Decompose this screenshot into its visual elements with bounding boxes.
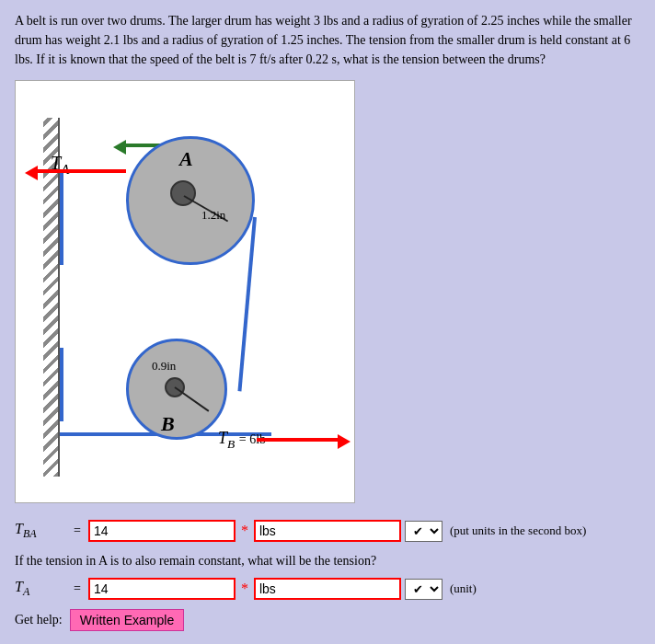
form1-value-input[interactable] (88, 520, 236, 542)
form-row-2: TA = * ✔ (unit) (15, 578, 640, 600)
ta-arrow (34, 169, 126, 173)
label-b: B (161, 412, 175, 436)
form2-unit-input[interactable] (254, 578, 401, 600)
form1-equals: = (74, 523, 81, 538)
form1-unit-input[interactable] (254, 520, 401, 542)
form2-unit-dropdown[interactable]: ✔ (405, 579, 442, 600)
question2-text: If the tension in A is to also remain co… (15, 551, 640, 570)
form-row-1: TBA = * ✔ (put units in the second box) (15, 520, 640, 542)
belt-left-top (60, 173, 63, 265)
diagram-container: v TA A 1.2in B 0.9in TB = 6lb (15, 80, 355, 503)
form1-asterisk: * (241, 523, 248, 539)
tb-sub: B (227, 437, 235, 451)
tb-arrow (257, 438, 339, 442)
problem-text: A belt is run over two drums. The larger… (15, 11, 640, 69)
belt-left-bottom (60, 348, 63, 421)
radius-a-label: 1.2in (201, 208, 225, 223)
form2-hint: (unit) (450, 581, 477, 596)
belt-right (237, 217, 257, 392)
form2-asterisk: * (241, 581, 248, 597)
tb-text: T (218, 429, 227, 447)
form2-label: TA (15, 579, 70, 599)
written-example-button[interactable]: Written Example (70, 609, 184, 631)
form2-value-input[interactable] (88, 578, 236, 600)
help-row: Get help: Written Example (15, 609, 640, 631)
form1-label: TBA (15, 521, 70, 541)
help-label: Get help: (15, 613, 63, 627)
form2-equals: = (74, 581, 81, 596)
label-a: A (179, 147, 193, 171)
form1-unit-dropdown[interactable]: ✔ (405, 521, 442, 542)
form1-hint: (put units in the second box) (450, 523, 586, 538)
radius-b-label: 0.9in (152, 359, 176, 374)
